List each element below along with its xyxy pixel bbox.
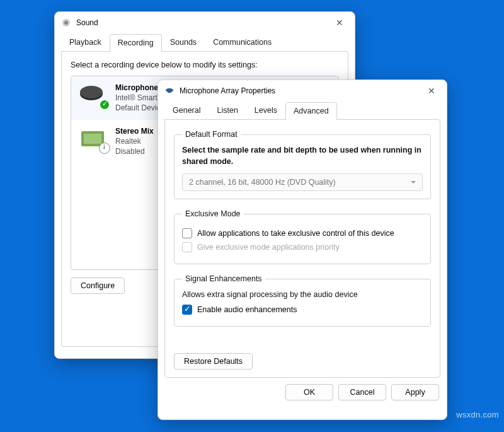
format-dropdown[interactable]: 2 channel, 16 bit, 48000 Hz (DVD Quality… bbox=[182, 173, 423, 191]
tab-general[interactable]: General bbox=[164, 102, 209, 119]
cancel-button[interactable]: Cancel bbox=[338, 384, 386, 400]
device-sub: Realtek bbox=[115, 136, 154, 146]
sound-close-button[interactable]: ✕ bbox=[328, 15, 351, 31]
svg-point-1 bbox=[64, 21, 68, 25]
signal-legend: Signal Enhancements bbox=[182, 274, 265, 283]
close-icon: ✕ bbox=[428, 86, 435, 96]
watermark-text: wsxdn.com bbox=[456, 410, 499, 419]
tab-communications[interactable]: Communications bbox=[205, 33, 280, 51]
sound-titlebar[interactable]: Sound ✕ bbox=[55, 12, 355, 33]
restore-defaults-button[interactable]: Restore Defaults bbox=[174, 353, 253, 370]
sound-title: Sound bbox=[76, 18, 328, 27]
props-tabs: General Listen Levels Advanced bbox=[158, 102, 447, 119]
props-tab-body: Default Format Select the sample rate an… bbox=[164, 119, 440, 378]
allow-exclusive-checkbox[interactable]: Allow applications to take exclusive con… bbox=[182, 228, 423, 238]
exclusive-mode-group: Exclusive Mode Allow applications to tak… bbox=[174, 209, 431, 264]
speaker-icon bbox=[61, 18, 71, 28]
apply-button[interactable]: Apply bbox=[391, 384, 439, 400]
svg-rect-5 bbox=[84, 134, 101, 144]
tab-levels[interactable]: Levels bbox=[246, 102, 285, 119]
enable-enhancements-checkbox[interactable]: Enable audio enhancements bbox=[182, 305, 423, 315]
checkbox-icon bbox=[182, 242, 192, 252]
default-format-desc: Select the sample rate and bit depth to … bbox=[182, 145, 423, 167]
enable-enhancements-label: Enable audio enhancements bbox=[197, 305, 297, 314]
props-close-button[interactable]: ✕ bbox=[420, 83, 443, 99]
exclusive-priority-checkbox: Give exclusive mode applications priorit… bbox=[182, 242, 423, 252]
exclusive-priority-label: Give exclusive mode applications priorit… bbox=[197, 243, 340, 252]
tab-advanced[interactable]: Advanced bbox=[285, 102, 337, 120]
device-state: Disabled bbox=[115, 146, 154, 156]
default-format-group: Default Format Select the sample rate an… bbox=[174, 130, 431, 199]
svg-point-3 bbox=[80, 86, 103, 98]
default-format-legend: Default Format bbox=[182, 130, 241, 139]
microphone-icon bbox=[164, 86, 175, 96]
exclusive-mode-legend: Exclusive Mode bbox=[182, 209, 244, 218]
close-icon: ✕ bbox=[336, 18, 343, 28]
signal-desc: Allows extra signal processing by the au… bbox=[182, 289, 423, 301]
tab-recording[interactable]: Recording bbox=[110, 34, 162, 52]
device-name: Stereo Mix bbox=[115, 126, 154, 136]
allow-exclusive-label: Allow applications to take exclusive con… bbox=[197, 229, 394, 238]
tab-sounds[interactable]: Sounds bbox=[162, 33, 205, 51]
svg-rect-7 bbox=[168, 90, 171, 93]
configure-button[interactable]: Configure bbox=[71, 277, 125, 294]
sound-tabs: Playback Recording Sounds Communications bbox=[55, 33, 355, 51]
microphone-device-icon bbox=[77, 83, 109, 109]
props-titlebar[interactable]: Microphone Array Properties ✕ bbox=[158, 80, 447, 102]
props-title: Microphone Array Properties bbox=[180, 86, 420, 95]
soundcard-device-icon bbox=[77, 126, 109, 153]
ok-button[interactable]: OK bbox=[285, 384, 333, 400]
mic-properties-window: Microphone Array Properties ✕ General Li… bbox=[158, 79, 447, 420]
dialog-footer: OK Cancel Apply bbox=[158, 384, 447, 408]
arrow-down-badge-icon bbox=[99, 143, 110, 154]
checkbox-icon bbox=[182, 228, 192, 238]
checkmark-badge-icon bbox=[99, 99, 110, 110]
checkbox-checked-icon bbox=[182, 305, 192, 315]
signal-enhancements-group: Signal Enhancements Allows extra signal … bbox=[174, 274, 431, 327]
recording-instruction: Select a recording device below to modif… bbox=[71, 61, 339, 69]
tab-listen[interactable]: Listen bbox=[209, 102, 246, 119]
tab-playback[interactable]: Playback bbox=[61, 33, 110, 51]
